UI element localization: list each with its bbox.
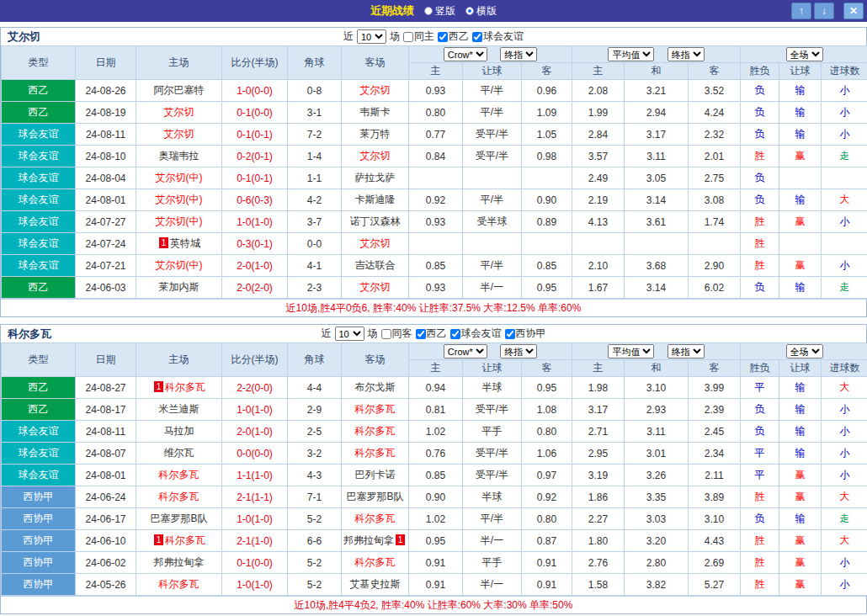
away-team[interactable]: 艾尔切 [342, 146, 409, 167]
away-team[interactable]: 诺丁汉森林 [342, 211, 409, 233]
team-link[interactable]: 韦斯卡 [360, 106, 391, 118]
odds-time-select[interactable]: 终指 [500, 47, 537, 61]
recent-count-select[interactable]: 10 [335, 327, 364, 341]
team-link[interactable]: 巴塞罗那B队 [346, 491, 403, 502]
team-link[interactable]: 布尔戈斯 [355, 381, 396, 393]
filter-league-0[interactable]: 西乙 [416, 327, 447, 341]
home-team[interactable]: 艾尔切(中) [136, 189, 222, 211]
odds-source-select[interactable]: Crow* [444, 47, 487, 61]
team-link[interactable]: 艾尔切(中) [156, 172, 203, 183]
team-link[interactable]: 艾尔切 [164, 128, 194, 140]
away-team[interactable]: 艾基史拉斯 [342, 574, 409, 596]
home-team[interactable]: 1英特城 [136, 233, 222, 255]
home-team[interactable]: 维尔瓦 [136, 443, 222, 465]
team-link[interactable]: 维尔瓦 [164, 447, 194, 459]
away-team[interactable]: 科尔多瓦 [342, 508, 409, 530]
team-link[interactable]: 萨拉戈萨 [355, 172, 396, 183]
radio-circle-icon[interactable] [424, 7, 433, 15]
away-team[interactable]: 科尔多瓦 [342, 421, 409, 443]
average-select[interactable]: 平均值 [608, 47, 654, 61]
radio-horizontal-layout[interactable]: 横版 [465, 4, 497, 19]
away-team[interactable]: 艾尔切 [342, 277, 409, 299]
home-team[interactable]: 1科尔多瓦 [136, 377, 222, 399]
average-select[interactable]: 平均值 [608, 344, 654, 358]
team-link[interactable]: 科尔多瓦 [355, 512, 396, 524]
filter-same-venue-checkbox[interactable] [381, 329, 391, 339]
home-team[interactable]: 艾尔切 [136, 102, 222, 124]
team-link[interactable]: 邦弗拉甸拿 [343, 534, 394, 546]
home-team[interactable]: 科尔多瓦 [136, 486, 222, 508]
team-link[interactable]: 科尔多瓦 [159, 469, 199, 481]
home-team[interactable]: 科尔多瓦 [136, 574, 222, 596]
away-team[interactable]: 萨拉戈萨 [342, 167, 409, 189]
away-team[interactable]: 吉达联合 [342, 255, 409, 277]
team-link[interactable]: 科尔多瓦 [355, 556, 396, 568]
team-link[interactable]: 邦弗拉甸拿 [154, 556, 205, 568]
home-team[interactable]: 艾尔切(中) [136, 167, 222, 189]
home-team[interactable]: 1科尔多瓦 [136, 530, 222, 552]
filter-league-1[interactable]: 球会友谊 [450, 327, 502, 341]
away-team[interactable]: 布尔戈斯 [342, 377, 409, 399]
home-team[interactable]: 米兰迪斯 [136, 399, 222, 421]
recent-count-select[interactable]: 10 [357, 29, 386, 44]
away-team[interactable]: 韦斯卡 [342, 102, 409, 124]
home-team[interactable]: 艾尔切(中) [136, 211, 222, 233]
team-link[interactable]: 马拉加 [164, 425, 194, 437]
filter-same-venue-checkbox[interactable] [403, 32, 413, 42]
filter-league-1-checkbox[interactable] [450, 329, 460, 339]
team-link[interactable]: 阿尔巴塞特 [154, 84, 205, 96]
scope-select[interactable]: 全场 [786, 47, 823, 61]
away-team[interactable]: 艾尔切 [342, 233, 409, 255]
team-link[interactable]: 科尔多瓦 [165, 534, 205, 546]
average-time-select[interactable]: 终指 [668, 344, 705, 358]
team-link[interactable]: 艾基史拉斯 [350, 578, 401, 590]
team-link[interactable]: 巴列卡诺 [355, 469, 396, 481]
home-team[interactable]: 马拉加 [136, 421, 222, 443]
away-team[interactable]: 莱万特 [342, 124, 409, 146]
team-link[interactable]: 艾尔切 [360, 237, 391, 249]
team-link[interactable]: 吉达联合 [355, 259, 396, 271]
away-team[interactable]: 邦弗拉甸拿1 [342, 530, 409, 552]
close-button[interactable]: ✕ [843, 3, 864, 19]
team-link[interactable]: 英特城 [170, 237, 200, 249]
team-link[interactable]: 科尔多瓦 [165, 381, 205, 393]
team-link[interactable]: 巴塞罗那B队 [150, 512, 207, 524]
filter-league-2-checkbox[interactable] [505, 329, 515, 339]
average-time-select[interactable]: 终指 [668, 47, 705, 61]
team-link[interactable]: 诺丁汉森林 [350, 215, 401, 227]
away-team[interactable]: 巴塞罗那B队 [342, 486, 409, 508]
team-link[interactable]: 艾尔切(中) [156, 194, 203, 205]
move-up-button[interactable]: ↑ [791, 3, 811, 19]
filter-league-1-checkbox[interactable] [472, 32, 482, 42]
scope-select[interactable]: 全场 [786, 344, 823, 358]
away-team[interactable]: 巴列卡诺 [342, 465, 409, 486]
team-link[interactable]: 艾尔切(中) [156, 215, 203, 227]
odds-source-select[interactable]: Crow* [444, 344, 487, 358]
team-link[interactable]: 艾尔切 [164, 106, 194, 118]
radio-vertical-layout[interactable]: 竖版 [424, 4, 455, 19]
team-link[interactable]: 艾尔切(中) [156, 259, 203, 271]
filter-same-venue[interactable]: 同主 [403, 29, 434, 44]
home-team[interactable]: 莱加内斯 [136, 277, 222, 299]
filter-league-2[interactable]: 西协甲 [505, 327, 546, 341]
away-team[interactable]: 艾尔切 [342, 80, 409, 102]
filter-league-0-checkbox[interactable] [416, 329, 426, 339]
team-link[interactable]: 卡斯迪隆 [355, 194, 396, 205]
odds-time-select[interactable]: 终指 [500, 344, 537, 358]
team-link[interactable]: 科尔多瓦 [355, 425, 396, 437]
home-team[interactable]: 科尔多瓦 [136, 465, 222, 486]
team-link[interactable]: 科尔多瓦 [159, 491, 199, 502]
team-link[interactable]: 科尔多瓦 [159, 578, 199, 590]
away-team[interactable]: 科尔多瓦 [342, 399, 409, 421]
filter-league-0[interactable]: 西乙 [438, 29, 469, 44]
home-team[interactable]: 奥瑞韦拉 [136, 146, 222, 167]
filter-league-0-checkbox[interactable] [438, 32, 448, 42]
team-link[interactable]: 米兰迪斯 [159, 403, 199, 415]
team-link[interactable]: 莱加内斯 [159, 281, 199, 293]
team-link[interactable]: 艾尔切 [360, 281, 391, 293]
home-team[interactable]: 邦弗拉甸拿 [136, 552, 222, 574]
away-team[interactable]: 科尔多瓦 [342, 443, 409, 465]
home-team[interactable]: 艾尔切(中) [136, 255, 222, 277]
team-link[interactable]: 莱万特 [360, 128, 391, 140]
filter-league-1[interactable]: 球会友谊 [472, 29, 524, 44]
